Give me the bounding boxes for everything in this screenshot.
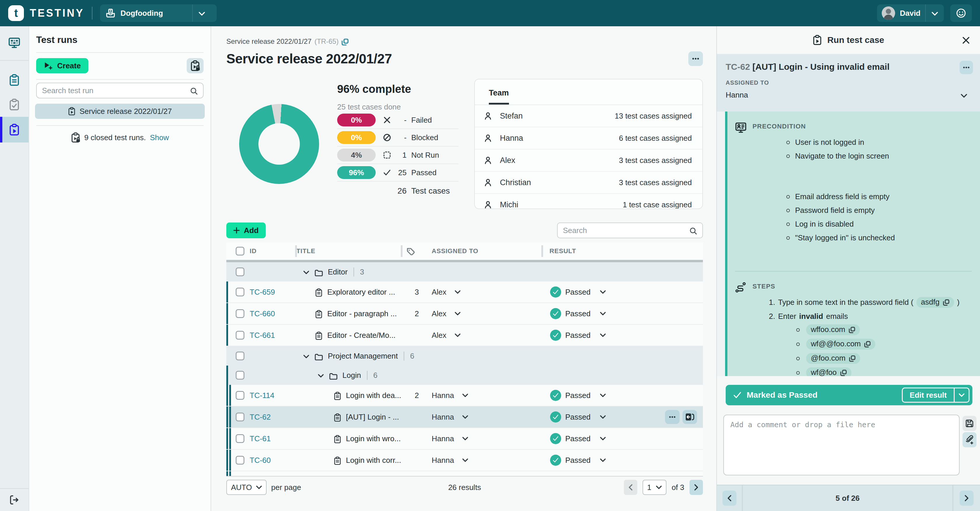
test-case-link[interactable]: TC-661 bbox=[250, 331, 275, 340]
table-row[interactable]: TC-661 Editor - Create/Mo... Alex Passed bbox=[226, 325, 703, 346]
project-chevron-down-icon[interactable] bbox=[193, 9, 211, 18]
test-run-search-input[interactable] bbox=[42, 86, 190, 95]
case-more-actions-button[interactable] bbox=[959, 61, 973, 74]
close-panel-button[interactable] bbox=[960, 34, 972, 46]
col-header-tags[interactable] bbox=[402, 247, 432, 255]
table-group-row[interactable]: Project Management 6 bbox=[226, 346, 703, 366]
next-test-case-button[interactable] bbox=[959, 490, 974, 506]
chevron-down-icon[interactable] bbox=[303, 267, 309, 278]
row-checkbox[interactable] bbox=[235, 267, 244, 276]
table-row[interactable]: TC-60 Login with corr... Hanna Passed bbox=[226, 450, 703, 471]
nav-dashboard[interactable] bbox=[0, 30, 29, 55]
edit-result-dropdown[interactable] bbox=[954, 388, 969, 402]
page-select[interactable]: 1 bbox=[643, 480, 667, 495]
assignee-cell[interactable]: Hanna bbox=[432, 413, 542, 422]
save-comment-button[interactable] bbox=[963, 416, 977, 431]
code-pill[interactable]: @foo.com bbox=[806, 353, 860, 364]
copy-icon[interactable] bbox=[943, 297, 950, 307]
test-case-link[interactable]: TC-114 bbox=[250, 391, 274, 400]
table-row[interactable]: TC-659 Exploratory editor ... 3 Alex Pas… bbox=[226, 281, 703, 303]
case-title[interactable]: TC-62 [AUT] Login - Using invalid email bbox=[725, 62, 971, 72]
test-case-link[interactable]: TC-659 bbox=[250, 287, 275, 296]
col-header-result[interactable]: RESULT bbox=[542, 248, 703, 255]
result-cell[interactable]: Passed bbox=[542, 286, 703, 297]
col-header-title[interactable]: TITLE bbox=[296, 248, 402, 255]
closed-test-runs-button[interactable] bbox=[187, 58, 204, 73]
project-selector[interactable]: Dogfooding bbox=[100, 5, 217, 22]
testiny-logo-icon[interactable]: t bbox=[8, 5, 24, 21]
copy-icon[interactable] bbox=[864, 339, 870, 348]
result-cell[interactable]: Passed bbox=[542, 433, 703, 444]
copy-icon[interactable] bbox=[849, 354, 856, 362]
panel-scroll-area[interactable]: PRECONDITION User is not logged in Navig… bbox=[717, 112, 980, 376]
assignee-cell[interactable]: Hanna bbox=[432, 434, 542, 443]
per-page-select[interactable]: AUTO bbox=[226, 480, 267, 495]
edit-result-button[interactable]: Edit result bbox=[903, 388, 954, 402]
user-menu[interactable]: David bbox=[877, 5, 944, 22]
table-row[interactable]: TC-61 Login with wro... Hanna Passed bbox=[226, 428, 703, 450]
result-cell[interactable]: Passed bbox=[542, 455, 703, 466]
copy-icon[interactable] bbox=[849, 325, 855, 334]
table-row[interactable]: TC-660 Editor - paragraph ... 2 Alex Pas… bbox=[226, 303, 703, 325]
code-pill[interactable]: wf@foo bbox=[806, 367, 851, 376]
assignee-cell[interactable]: Alex bbox=[432, 309, 542, 318]
test-case-link[interactable]: TC-60 bbox=[250, 456, 270, 465]
result-cell[interactable]: Passed bbox=[542, 330, 703, 341]
chevron-down-icon[interactable] bbox=[318, 370, 324, 381]
collapse-sidebar-button[interactable] bbox=[0, 489, 29, 511]
row-checkbox[interactable] bbox=[235, 391, 244, 400]
row-checkbox[interactable] bbox=[235, 456, 244, 465]
assignee-cell[interactable]: Alex bbox=[432, 287, 542, 297]
row-checkbox[interactable] bbox=[235, 309, 244, 318]
sidebar-item-active-run[interactable]: Service release 2022/01/27 bbox=[35, 104, 205, 119]
create-test-run-button[interactable]: Create bbox=[36, 58, 88, 73]
row-checkbox[interactable] bbox=[235, 287, 244, 296]
code-pill[interactable]: asdfg bbox=[916, 297, 955, 308]
assignee-cell[interactable]: Hanna bbox=[432, 456, 542, 465]
row-checkbox[interactable] bbox=[235, 413, 244, 422]
next-page-button[interactable] bbox=[689, 480, 703, 495]
assignee-cell[interactable]: Hanna bbox=[432, 391, 542, 400]
feedback-button[interactable] bbox=[950, 5, 972, 22]
chevron-down-icon[interactable] bbox=[303, 351, 309, 361]
copy-icon[interactable] bbox=[342, 37, 348, 46]
prev-test-case-button[interactable] bbox=[722, 490, 737, 506]
open-run-panel-button[interactable] bbox=[682, 410, 697, 424]
nav-test-cases[interactable] bbox=[0, 68, 29, 92]
test-case-link[interactable]: TC-61 bbox=[250, 434, 270, 443]
table-row-selected[interactable]: TC-62 [AUT] Login - ... Hanna Passed bbox=[226, 406, 703, 428]
col-header-id[interactable]: ID bbox=[250, 248, 296, 255]
show-closed-runs-link[interactable]: Show bbox=[150, 133, 169, 142]
table-row-clipped[interactable] bbox=[226, 471, 703, 476]
user-chevron-down-icon[interactable] bbox=[926, 9, 944, 18]
result-cell[interactable]: Passed bbox=[542, 308, 703, 319]
assignee-select[interactable]: Hanna bbox=[725, 89, 971, 101]
result-cell[interactable]: Passed bbox=[542, 412, 703, 423]
code-pill[interactable]: wffoo.com bbox=[806, 324, 860, 335]
test-case-link[interactable]: TC-660 bbox=[250, 309, 275, 318]
breadcrumb-run-name[interactable]: Service release 2022/01/27 bbox=[226, 37, 312, 46]
prev-page-button[interactable] bbox=[624, 480, 637, 495]
col-header-assigned[interactable]: ASSIGNED TO bbox=[432, 248, 542, 255]
test-case-link[interactable]: TC-62 bbox=[250, 413, 270, 422]
attach-file-button[interactable] bbox=[963, 432, 977, 447]
row-checkbox[interactable] bbox=[235, 351, 244, 360]
row-checkbox[interactable] bbox=[235, 331, 244, 340]
assignee-cell[interactable]: Alex bbox=[432, 331, 542, 340]
comment-input[interactable] bbox=[723, 415, 959, 475]
table-search-input[interactable] bbox=[563, 226, 689, 235]
row-checkbox[interactable] bbox=[235, 434, 244, 443]
select-all-checkbox[interactable] bbox=[235, 247, 244, 256]
nav-test-plans[interactable] bbox=[0, 92, 29, 117]
result-cell[interactable]: Passed bbox=[542, 390, 703, 401]
table-row[interactable]: TC-114 Login with dea... 2 Hanna Passed bbox=[226, 385, 703, 406]
copy-icon[interactable] bbox=[840, 368, 847, 376]
table-group-row[interactable]: Login 6 bbox=[226, 366, 703, 385]
add-test-case-button[interactable]: Add bbox=[226, 222, 266, 238]
table-group-row[interactable]: Editor 3 bbox=[226, 262, 703, 281]
run-more-actions-button[interactable] bbox=[688, 51, 703, 66]
tab-team[interactable]: Team bbox=[489, 88, 509, 105]
code-pill[interactable]: wf@@foo.com bbox=[806, 339, 875, 350]
row-more-actions-button[interactable] bbox=[665, 410, 679, 424]
nav-test-runs[interactable] bbox=[0, 117, 29, 142]
